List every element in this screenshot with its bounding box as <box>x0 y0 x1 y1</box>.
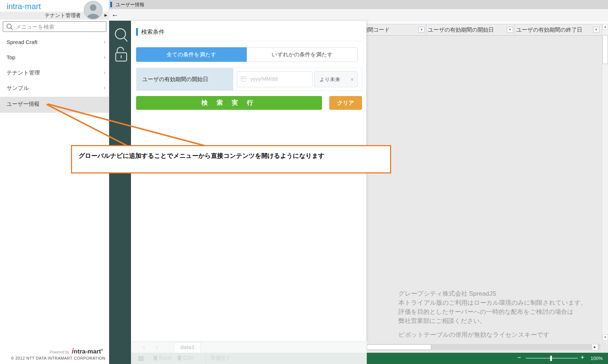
sheet-tab-row: ‹ › data1 ▶ <box>131 341 608 353</box>
column-header-end-date: ユーザの有効期間の終了日 ▼ <box>515 24 602 35</box>
menu-search-input[interactable] <box>15 22 104 31</box>
app-window: ユーザー情報 ← 期間コード ▼ ユーザの有効期間の開始日 <box>0 0 608 364</box>
chevron-right-icon: › <box>104 69 106 75</box>
date-input-wrapper <box>237 71 313 87</box>
field-label: ユーザの有効期間の開始日 <box>136 68 233 91</box>
tab-match-all[interactable]: 全ての条件を満たす <box>136 47 247 62</box>
sidebar-item-top[interactable]: Top › <box>0 50 109 65</box>
status-square-icon <box>138 356 144 361</box>
horizontal-scrollbar[interactable]: ▶ <box>367 344 600 350</box>
sidebar-item-user-info[interactable]: ユーザー情報 <box>0 97 109 113</box>
search-icon[interactable] <box>115 29 127 41</box>
zoom-in-icon[interactable]: + <box>580 353 584 361</box>
sheet-tab-data1[interactable]: data1 <box>174 342 201 353</box>
role-label: テナント管理者 <box>45 12 81 19</box>
column-header-row: 期間コード ▼ ユーザの有効期間の開始日 ▼ ユーザの有効期間の終了日 ▼ <box>349 24 602 36</box>
avatar[interactable] <box>84 1 103 20</box>
status-divider <box>206 353 206 364</box>
scroll-down-icon[interactable]: ▼ <box>603 335 608 340</box>
operator-select[interactable]: より未来 ∨ <box>314 71 358 87</box>
date-input[interactable] <box>250 72 310 85</box>
title-marker <box>110 2 112 7</box>
license-key-message: ピボットテーブルの使用が無効なライセンスキーです <box>398 330 549 339</box>
content-title-bar: ユーザー情報 <box>109 0 608 9</box>
sheet-tab-strip: ‹ › data1 <box>131 341 367 353</box>
unlock-icon[interactable] <box>116 47 127 61</box>
search-panel: 検索条件 全ての条件を満たす いずれかの条件を満たす ユーザの有効期間の開始日 … <box>131 21 367 341</box>
excel-file-icon <box>154 356 157 360</box>
tool-rail <box>109 21 131 364</box>
search-condition-row: ユーザの有効期間の開始日 より未来 ∨ <box>136 68 362 91</box>
scrollbar-corner <box>600 341 608 353</box>
status-ready-text: 準備完了 <box>210 355 231 361</box>
toolbar: ← <box>109 9 608 21</box>
back-icon[interactable]: ← <box>111 10 119 19</box>
sidebar-item-sample[interactable]: サンプル › <box>0 81 109 96</box>
tab-match-any[interactable]: いずれかの条件を満たす <box>247 47 358 62</box>
powered-by-text: Powered by <box>50 350 69 354</box>
chevron-right-icon: › <box>104 54 106 60</box>
filter-icon[interactable]: ▼ <box>593 27 599 33</box>
chevron-down-icon: ∨ <box>350 72 354 87</box>
scroll-right-icon[interactable]: ▶ <box>592 344 598 350</box>
menu-search-box <box>3 21 107 32</box>
scroll-up-icon[interactable]: ▲ <box>603 24 608 30</box>
person-icon <box>84 1 102 19</box>
calendar-icon <box>241 76 246 81</box>
sheet-prev-icon[interactable]: ‹ <box>143 344 145 350</box>
section-marker <box>136 28 138 36</box>
sheet-next-icon[interactable]: › <box>156 344 158 350</box>
zoom-slider-thumb[interactable] <box>550 356 552 361</box>
filter-icon[interactable]: ▼ <box>507 27 513 33</box>
license-notice: グレープシティ株式会社 SpreadJS 本トライアル版のご利用はローカル環境の… <box>398 289 587 325</box>
intra-mart-footer-logo: intra-mart® <box>72 347 103 355</box>
sidebar-item-spread-craft[interactable]: Spread Craft › <box>0 35 109 50</box>
export-csv-button[interactable]: CSV <box>183 355 194 361</box>
zoom-out-icon[interactable]: − <box>517 354 521 361</box>
filter-icon[interactable]: ▼ <box>418 27 425 33</box>
chevron-right-icon: › <box>104 84 106 91</box>
export-excel-button[interactable]: Excel <box>159 355 171 361</box>
csv-file-icon <box>178 356 181 360</box>
page-title: ユーザー情報 <box>116 1 144 8</box>
section-divider <box>136 41 362 41</box>
chevron-right-icon: › <box>104 39 106 45</box>
zoom-level: 100% <box>591 356 603 361</box>
intra-mart-logo: intra-mart <box>7 2 41 11</box>
vertical-scrollbar[interactable]: ▲ ▼ <box>602 24 608 341</box>
global-nav-sidebar: intra-mart テナント管理者 ▶ Spread Craft › Top … <box>0 0 109 364</box>
status-bar: Excel CSV 準備完了 − + 100% <box>131 353 608 364</box>
search-execute-button[interactable]: 検 索 実 行 <box>136 96 322 110</box>
clear-button[interactable]: クリア <box>329 96 362 110</box>
vertical-scroll-thumb[interactable] <box>603 35 608 64</box>
horizontal-scroll-thumb[interactable] <box>367 344 431 350</box>
status-bar-overlay-section: Excel CSV 準備完了 <box>131 353 367 364</box>
section-title: 検索条件 <box>141 28 164 36</box>
annotation-callout: グローバルナビに追加することでメニューから直接コンテンツを開けるようになります <box>71 145 391 173</box>
column-header-start-date: ユーザの有効期間の開始日 ▼ <box>426 24 515 35</box>
sidebar-item-tenant-admin[interactable]: テナント管理 › <box>0 65 109 81</box>
annotation-text: グローバルナビに追加することでメニューから直接コンテンツを開けるようになります <box>79 152 325 160</box>
rail-icons <box>109 21 131 364</box>
expand-arrow-icon[interactable]: ▶ <box>104 13 107 17</box>
search-icon <box>6 23 13 31</box>
copyright-text: © 2012 NTT DATA INTRAMART CORPORATION <box>11 356 105 360</box>
